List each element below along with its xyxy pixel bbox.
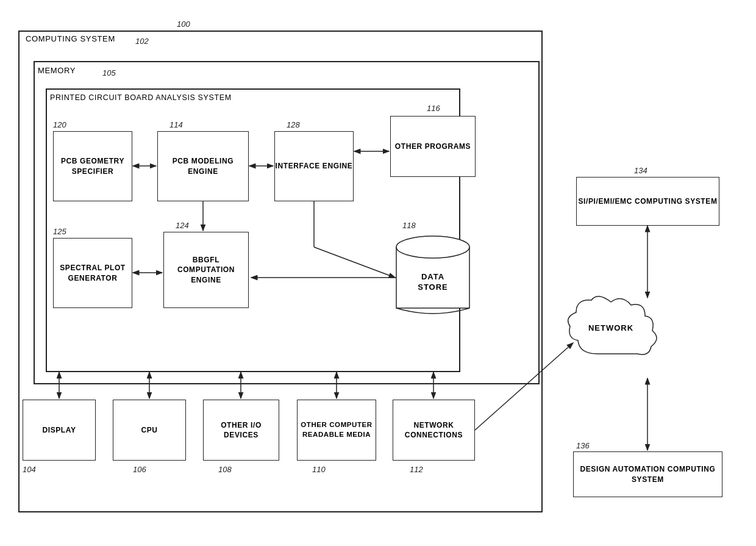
other-programs-box: OTHER PROGRAMS <box>390 116 476 177</box>
ref-132: 132 <box>613 299 626 308</box>
ref-106: 106 <box>133 465 146 474</box>
network-connections-label: NETWORK CONNECTIONS <box>393 420 474 440</box>
computing-system-label: COMPUTING SYSTEM <box>26 34 115 45</box>
display-label: DISPLAY <box>42 425 76 435</box>
ref-118: 118 <box>402 221 416 230</box>
ref-102: 102 <box>135 37 149 46</box>
memory-label: MEMORY <box>38 65 76 76</box>
ref-100: 100 <box>177 20 190 29</box>
ref-120: 120 <box>53 120 66 129</box>
ref-104: 104 <box>23 465 36 474</box>
pcb-modeling-label: PCB MODELING ENGINE <box>158 156 248 176</box>
other-media-label: OTHER COMPUTER READABLE MEDIA <box>298 420 376 439</box>
other-io-box: OTHER I/O DEVICES <box>203 400 279 461</box>
ref-114: 114 <box>169 120 183 129</box>
other-io-label: OTHER I/O DEVICES <box>204 420 279 440</box>
si-pi-box: SI/PI/EMI/EMC COMPUTING SYSTEM <box>576 177 719 226</box>
ref-112: 112 <box>410 465 423 474</box>
cpu-box: CPU <box>113 400 186 461</box>
bbgfl-box: BBGFL COMPUTATION ENGINE <box>163 232 249 308</box>
other-media-box: OTHER COMPUTER READABLE MEDIA <box>297 400 376 461</box>
pcb-modeling-box: PCB MODELING ENGINE <box>157 131 249 201</box>
interface-engine-box: INTERFACE ENGINE <box>274 131 354 201</box>
bbgfl-label: BBGFL COMPUTATION ENGINE <box>164 255 248 285</box>
interface-engine-label: INTERFACE ENGINE <box>276 161 353 171</box>
pcb-analysis-label: PRINTED CIRCUIT BOARD ANALYSIS SYSTEM <box>50 93 232 103</box>
ref-136: 136 <box>576 441 590 450</box>
other-programs-label: OTHER PROGRAMS <box>395 142 471 151</box>
ref-116: 116 <box>427 104 440 113</box>
network-connections-box: NETWORK CONNECTIONS <box>393 400 475 461</box>
display-box: DISPLAY <box>23 400 96 461</box>
si-pi-label: SI/PI/EMI/EMC COMPUTING SYSTEM <box>578 196 717 206</box>
ref-125: 125 <box>53 227 66 236</box>
ref-105: 105 <box>102 68 116 77</box>
ref-124: 124 <box>176 221 189 230</box>
spectral-plot-box: SPECTRAL PLOT GENERATOR <box>53 238 132 308</box>
diagram: 100 COMPUTING SYSTEM 102 MEMORY 105 PRIN… <box>0 0 756 546</box>
ref-110: 110 <box>312 465 326 474</box>
pcb-geometry-box: PCB GEOMETRY SPECIFIER <box>53 131 132 201</box>
ref-108: 108 <box>218 465 232 474</box>
design-auto-label: DESIGN AUTOMATION COMPUTING SYSTEM <box>574 464 722 484</box>
svg-text:NETWORK: NETWORK <box>588 323 633 332</box>
cpu-label: CPU <box>141 425 157 435</box>
ref-128: 128 <box>287 120 300 129</box>
design-auto-box: DESIGN AUTOMATION COMPUTING SYSTEM <box>573 451 722 497</box>
ref-134: 134 <box>634 166 647 175</box>
spectral-plot-label: SPECTRAL PLOT GENERATOR <box>54 263 132 282</box>
pcb-geometry-label: PCB GEOMETRY SPECIFIER <box>54 156 132 176</box>
